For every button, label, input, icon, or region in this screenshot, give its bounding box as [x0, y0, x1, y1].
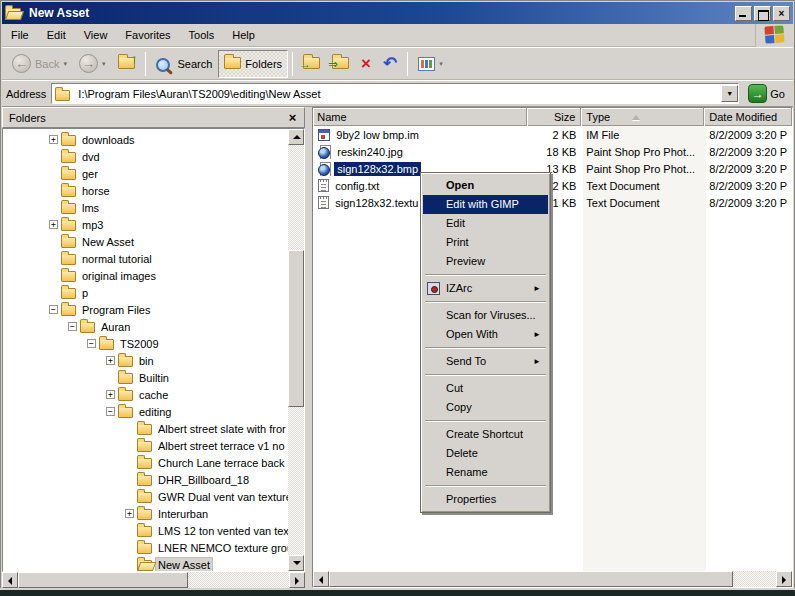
- context-menu-item-rename[interactable]: Rename: [423, 463, 548, 482]
- tree-item[interactable]: +Interurban: [3, 505, 288, 522]
- column-header-size[interactable]: Size: [527, 108, 581, 126]
- views-button[interactable]: ▾: [412, 50, 449, 78]
- tree-item[interactable]: New Asset: [3, 556, 288, 571]
- tree-item[interactable]: normal tutorial: [3, 250, 288, 267]
- tree-item[interactable]: −Auran: [3, 318, 288, 335]
- tree-item[interactable]: Church Lane terrace back g: [3, 454, 288, 471]
- context-menu-item-scan-for-viruses-[interactable]: Scan for Viruses...: [423, 306, 548, 325]
- tree-item[interactable]: DHR_Billboard_18: [3, 471, 288, 488]
- tree-item[interactable]: New Asset: [3, 233, 288, 250]
- tree-item[interactable]: p: [3, 284, 288, 301]
- menu-item-view[interactable]: View: [75, 26, 117, 44]
- menu-item-file[interactable]: File: [2, 26, 38, 44]
- tree-item[interactable]: Builtin: [3, 369, 288, 386]
- tree-hscroll-thumb[interactable]: [18, 572, 188, 588]
- folders-button[interactable]: Folders: [218, 50, 288, 78]
- tree-item[interactable]: lms: [3, 199, 288, 216]
- context-menu-item-open[interactable]: Open: [423, 176, 548, 195]
- context-menu-item-print[interactable]: Print: [423, 233, 548, 252]
- go-button[interactable]: → Go: [744, 83, 789, 104]
- menu-item-tools[interactable]: Tools: [180, 26, 224, 44]
- column-header-name[interactable]: Name: [313, 108, 527, 126]
- maximize-button[interactable]: [754, 6, 771, 21]
- tree-vertical-scrollbar[interactable]: [288, 129, 304, 571]
- title-bar[interactable]: New Asset ×: [2, 2, 793, 24]
- tree-item[interactable]: −Program Files: [3, 301, 288, 318]
- list-hscroll-thumb[interactable]: [329, 571, 733, 587]
- tree-item[interactable]: horse: [3, 182, 288, 199]
- move-to-button[interactable]: →: [297, 50, 326, 78]
- folders-close-icon[interactable]: ×: [287, 112, 299, 124]
- tree-item[interactable]: +bin: [3, 352, 288, 369]
- tree-item[interactable]: +downloads: [3, 131, 288, 148]
- copy-to-button[interactable]: ⇒: [326, 50, 355, 78]
- expand-icon[interactable]: +: [106, 356, 115, 365]
- collapse-icon[interactable]: −: [68, 322, 77, 331]
- context-menu-item-preview[interactable]: Preview: [423, 252, 548, 271]
- tree-item-label: GWR Dual vent van texture: [156, 490, 288, 504]
- context-menu-item-open-with[interactable]: Open With►: [423, 325, 548, 344]
- tree-item[interactable]: original images: [3, 267, 288, 284]
- expand-icon[interactable]: +: [106, 390, 115, 399]
- menu-item-help[interactable]: Help: [223, 26, 264, 44]
- scroll-right-icon[interactable]: [776, 571, 792, 587]
- context-menu-item-edit-with-gimp[interactable]: Edit with GIMP: [423, 195, 548, 214]
- list-horizontal-scrollbar[interactable]: [313, 571, 792, 587]
- file-row[interactable]: sign128x32.textu1 KBText Document8/2/200…: [313, 194, 792, 211]
- column-header-date-modified[interactable]: Date Modified: [704, 108, 792, 126]
- search-button[interactable]: Search: [150, 50, 219, 78]
- forward-button[interactable]: →▾: [73, 50, 112, 78]
- tree-item[interactable]: ger: [3, 165, 288, 182]
- context-menu-item-send-to[interactable]: Send To►: [423, 352, 548, 371]
- up-button[interactable]: ↑: [112, 50, 141, 78]
- back-arrow-icon: ←: [12, 54, 31, 73]
- context-menu-item-cut[interactable]: Cut: [423, 379, 548, 398]
- delete-button[interactable]: ×: [355, 50, 377, 78]
- tree-item[interactable]: −editing: [3, 403, 288, 420]
- address-dropdown-icon[interactable]: ▼: [721, 85, 738, 102]
- collapse-icon[interactable]: −: [106, 407, 115, 416]
- collapse-icon[interactable]: −: [49, 305, 58, 314]
- context-menu-item-properties[interactable]: Properties: [423, 490, 548, 509]
- scroll-left-icon[interactable]: [313, 571, 329, 587]
- menu-separator: [425, 374, 546, 376]
- file-row[interactable]: reskin240.jpg18 KBPaint Shop Pro Phot...…: [313, 143, 792, 160]
- context-menu-item-edit[interactable]: Edit: [423, 214, 548, 233]
- tree-vscroll-thumb[interactable]: [288, 250, 304, 407]
- context-menu-item-copy[interactable]: Copy: [423, 398, 548, 417]
- menu-item-edit[interactable]: Edit: [38, 26, 75, 44]
- scroll-left-icon[interactable]: [2, 572, 18, 588]
- column-header-type[interactable]: Type: [581, 108, 704, 126]
- tree-item[interactable]: LMS 12 ton vented van text: [3, 522, 288, 539]
- undo-button[interactable]: ↶: [377, 50, 403, 78]
- file-row[interactable]: config.txt2 KBText Document8/2/2009 3:20…: [313, 177, 792, 194]
- context-menu-item-create-shortcut[interactable]: Create Shortcut: [423, 425, 548, 444]
- scroll-right-icon[interactable]: [289, 572, 305, 588]
- expand-icon[interactable]: +: [49, 220, 58, 229]
- tree-item[interactable]: −TS2009: [3, 335, 288, 352]
- tree-item[interactable]: +mp3: [3, 216, 288, 233]
- minimize-button[interactable]: [735, 6, 752, 21]
- file-row[interactable]: 9by2 low bmp.im2 KBIM File8/2/2009 3:20 …: [313, 126, 792, 143]
- tree-item[interactable]: LNER NEMCO texture group: [3, 539, 288, 556]
- up-folder-icon: ↑: [118, 57, 135, 71]
- file-row[interactable]: sign128x32.bmp13 KBPaint Shop Pro Phot..…: [313, 160, 792, 177]
- tree-item[interactable]: +cache: [3, 386, 288, 403]
- menu-item-favorites[interactable]: Favorites: [116, 26, 179, 44]
- address-combo[interactable]: I:\Program Files\Auran\TS2009\editing\Ne…: [51, 83, 739, 104]
- back-button[interactable]: ←Back▾: [6, 50, 73, 78]
- tree-horizontal-scrollbar[interactable]: [2, 572, 305, 588]
- scroll-down-icon[interactable]: [288, 555, 304, 571]
- context-menu-item-delete[interactable]: Delete: [423, 444, 548, 463]
- tree-item[interactable]: Albert street slate with fror: [3, 420, 288, 437]
- scroll-up-icon[interactable]: [288, 129, 304, 145]
- tree-item[interactable]: GWR Dual vent van texture: [3, 488, 288, 505]
- tree-item[interactable]: Albert street terrace v1 no: [3, 437, 288, 454]
- context-menu-item-izarc[interactable]: IZArc►: [423, 279, 548, 298]
- close-button[interactable]: ×: [773, 6, 790, 21]
- tree-item[interactable]: dvd: [3, 148, 288, 165]
- expand-icon[interactable]: +: [49, 135, 58, 144]
- panel-divider[interactable]: [305, 107, 312, 588]
- expand-icon[interactable]: +: [125, 509, 134, 518]
- collapse-icon[interactable]: −: [87, 339, 96, 348]
